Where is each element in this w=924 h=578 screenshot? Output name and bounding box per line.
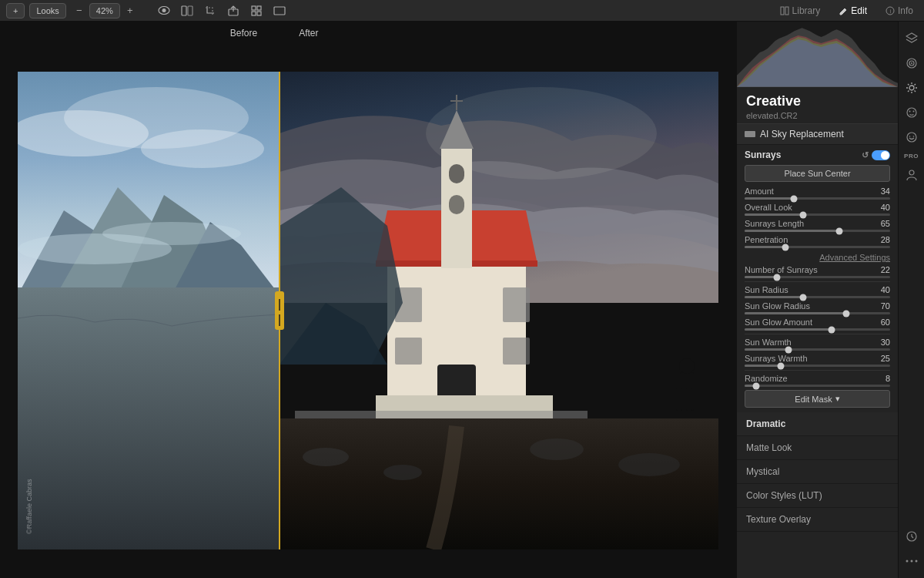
overall-look-label: Overall Look xyxy=(745,203,792,212)
crop-button[interactable] xyxy=(202,3,219,18)
info-tab[interactable]: i Info xyxy=(881,4,918,18)
layers-button[interactable] xyxy=(901,28,922,49)
sunrays-section: Sunrays ↺ Place Sun Center Amount 34 xyxy=(737,144,898,412)
pro-badge: PRO xyxy=(904,153,919,160)
smile-button[interactable] xyxy=(901,126,922,148)
svg-rect-8 xyxy=(257,12,261,15)
sunrays-warmth-label: Sunrays Warmth xyxy=(745,354,808,363)
zoom-out-button[interactable]: − xyxy=(71,3,88,18)
svg-point-75 xyxy=(912,111,914,113)
panel-content[interactable]: Creative elevated.CR2 AI Sky Replacement… xyxy=(737,87,898,578)
number-sunrays-value: 22 xyxy=(881,265,890,274)
svg-line-72 xyxy=(908,91,909,92)
sun-glow-radius-slider[interactable] xyxy=(745,312,890,314)
penetration-slider-row: Penetration 28 xyxy=(745,235,890,248)
amount-label: Amount xyxy=(745,187,774,196)
randomize-slider[interactable] xyxy=(745,385,890,387)
svg-text:i: i xyxy=(889,8,891,14)
penetration-value: 28 xyxy=(881,235,890,244)
add-icon: + xyxy=(13,6,18,15)
svg-point-81 xyxy=(906,560,908,563)
zoom-controls: − 42% + xyxy=(71,3,139,18)
compare-button[interactable] xyxy=(179,3,196,18)
number-sunrays-label: Number of Sunrays xyxy=(745,265,818,274)
preview-button[interactable] xyxy=(156,3,172,18)
zoom-in-button[interactable]: + xyxy=(122,3,139,18)
face-button[interactable] xyxy=(901,102,922,123)
history-button[interactable] xyxy=(901,526,922,547)
panel-subtitle: elevated.CR2 xyxy=(746,111,889,120)
ai-sky-section-header[interactable]: AI Sky Replacement xyxy=(737,123,898,144)
svg-point-79 xyxy=(909,170,914,175)
sunrays-length-label: Sunrays Length xyxy=(745,219,804,228)
svg-rect-37 xyxy=(449,195,464,214)
zoom-level[interactable]: 42% xyxy=(89,3,120,18)
adjust-button[interactable] xyxy=(901,52,922,74)
sunrays-warmth-value: 25 xyxy=(881,354,890,363)
matte-look-item[interactable]: Matte Look xyxy=(737,436,898,460)
image-container[interactable]: ©Raffaele Cabras xyxy=(0,22,736,578)
watermark: ©Raffaele Cabras xyxy=(25,479,33,534)
sun-radius-slider[interactable] xyxy=(745,296,890,298)
penetration-slider[interactable] xyxy=(745,246,890,248)
svg-rect-10 xyxy=(781,7,784,15)
sun-button[interactable] xyxy=(901,77,922,99)
sunrays-warmth-slider[interactable] xyxy=(745,365,890,367)
sun-glow-amount-slider-row: Sun Glow Amount 60 xyxy=(745,318,890,331)
canvas-area: Before After xyxy=(0,22,736,578)
sunrays-title: Sunrays ↺ xyxy=(745,150,890,160)
dramatic-category[interactable]: Dramatic xyxy=(737,412,898,436)
sun-warmth-label: Sun Warmth xyxy=(745,338,792,347)
texture-overlay-item[interactable]: Texture Overlay xyxy=(737,508,898,532)
edit-tab[interactable]: Edit xyxy=(834,4,872,18)
svg-line-70 xyxy=(914,91,916,92)
section-icon xyxy=(745,131,755,137)
amount-slider-row: Amount 34 xyxy=(745,187,890,200)
svg-point-64 xyxy=(909,86,914,90)
sun-radius-value: 40 xyxy=(881,285,890,294)
grid-view-button[interactable] xyxy=(248,3,265,18)
svg-rect-6 xyxy=(257,6,261,10)
sunrays-toggle[interactable] xyxy=(872,150,890,160)
sun-glow-amount-slider[interactable] xyxy=(745,328,890,331)
export-button[interactable] xyxy=(225,3,242,18)
toolbar: + Looks − 42% + Library xyxy=(0,0,924,22)
color-styles-item[interactable]: Color Styles (LUT) xyxy=(737,484,898,508)
ai-sky-label: AI Sky Replacement xyxy=(760,129,844,139)
looks-button[interactable]: Looks xyxy=(29,3,65,18)
add-button[interactable]: + xyxy=(6,3,25,18)
icon-bar: PRO xyxy=(898,22,924,578)
sunrays-length-slider[interactable] xyxy=(745,230,890,232)
mystical-item[interactable]: Mystical xyxy=(737,460,898,484)
svg-rect-9 xyxy=(274,7,285,15)
more-button[interactable] xyxy=(901,550,922,572)
sunrays-length-slider-row: Sunrays Length 65 xyxy=(745,219,890,232)
svg-point-78 xyxy=(912,136,914,137)
svg-rect-52 xyxy=(676,388,682,411)
svg-rect-26 xyxy=(18,287,280,549)
looks-label: Looks xyxy=(36,6,59,15)
svg-point-47 xyxy=(383,465,422,480)
edit-mask-button[interactable]: Edit Mask ▾ xyxy=(745,390,890,408)
overall-look-slider[interactable] xyxy=(745,213,890,216)
sun-warmth-slider[interactable] xyxy=(745,348,890,351)
advanced-settings-link[interactable]: Advanced Settings xyxy=(745,251,890,265)
amount-slider[interactable] xyxy=(745,197,890,200)
window-button[interactable] xyxy=(271,3,288,18)
library-tab[interactable]: Library xyxy=(775,4,825,18)
svg-rect-2 xyxy=(182,6,186,15)
number-sunrays-slider[interactable] xyxy=(745,276,890,278)
right-panel: Creative elevated.CR2 AI Sky Replacement… xyxy=(736,22,898,578)
toolbar-center xyxy=(156,3,288,18)
sun-radius-label: Sun Radius xyxy=(745,285,788,294)
person-button[interactable] xyxy=(901,164,922,186)
toolbar-right: Library Edit i Info xyxy=(775,4,918,18)
histogram xyxy=(737,22,898,87)
reset-icon[interactable]: ↺ xyxy=(862,150,869,160)
svg-rect-7 xyxy=(252,12,256,15)
svg-point-25 xyxy=(102,222,241,245)
place-sun-center-button[interactable]: Place Sun Center xyxy=(745,165,890,182)
penetration-label: Penetration xyxy=(745,235,788,244)
sun-glow-radius-label: Sun Glow Radius xyxy=(745,301,810,311)
sun-glow-amount-label: Sun Glow Amount xyxy=(745,318,812,327)
